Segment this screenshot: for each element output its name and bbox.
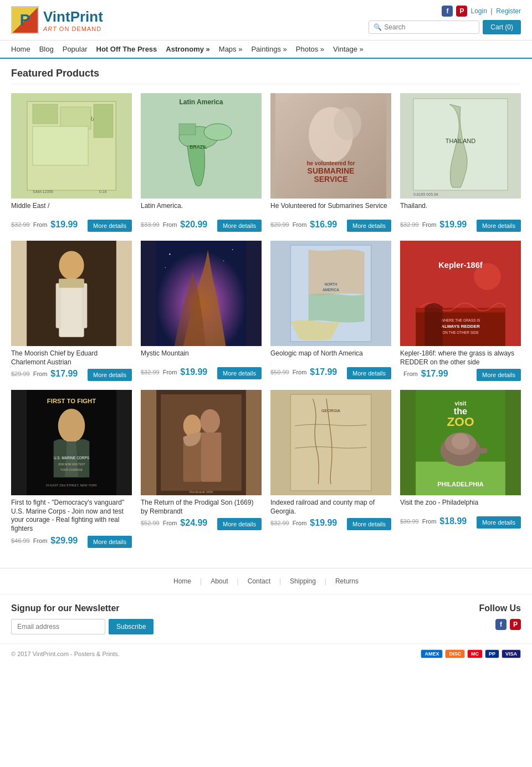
header-links: f P Login | Register	[442, 6, 521, 17]
follow-facebook-icon[interactable]: f	[495, 619, 507, 630]
nav-popular[interactable]: Popular	[63, 45, 88, 53]
from-label: From	[163, 221, 177, 228]
new-price: $19.99	[439, 220, 467, 230]
old-price: $32.99	[270, 520, 289, 526]
svg-text:SAM-12356: SAM-12356	[33, 190, 53, 194]
old-price: $29.99	[11, 370, 30, 377]
subscribe-button[interactable]: Subscribe	[109, 619, 154, 634]
svg-text:he volunteered for: he volunteered for	[306, 160, 355, 166]
svg-text:BRAZIL: BRAZIL	[190, 144, 207, 150]
product-image[interactable]: FIRST TO FIGHT U.S. MARINE CORPS JOIN NO…	[11, 390, 132, 495]
from-label: From	[293, 520, 307, 526]
newsletter-form: Subscribe	[11, 619, 154, 634]
price-row: $32.99 From $19.99 More details	[11, 220, 132, 232]
register-link[interactable]: Register	[496, 7, 521, 15]
product-image[interactable]: visit the ZOO PHILADELPHIA	[400, 390, 521, 495]
product-card: visit the ZOO PHILADELPHIA Visit the zoo…	[400, 390, 521, 547]
svg-text:ZOO: ZOO	[447, 415, 474, 429]
product-pricing: From $17.99	[400, 369, 448, 379]
footer-returns[interactable]: Returns	[335, 577, 359, 585]
svg-rect-79	[474, 448, 487, 454]
product-title: The Return of the Prodigal Son (1669) by…	[141, 499, 262, 516]
svg-rect-72	[416, 462, 505, 496]
login-link[interactable]: Login	[470, 7, 487, 15]
main-content: Featured Products SAUDI ARABIA SUDAN IRA…	[0, 59, 532, 568]
product-image[interactable]: Kepler-186f WHERE THE GRASS IS ALWAYS RE…	[400, 241, 521, 346]
old-price: $32.99	[400, 221, 419, 228]
nav-blog[interactable]: Blog	[39, 45, 54, 53]
more-details-button[interactable]: More details	[217, 518, 262, 530]
new-price: $20.99	[180, 220, 207, 230]
product-title: Indexed railroad and county map of Georg…	[270, 499, 391, 516]
svg-point-37	[169, 253, 170, 255]
search-box: 🔍	[369, 21, 479, 34]
follow-pinterest-icon[interactable]: P	[510, 619, 521, 630]
product-image[interactable]: he volunteered for SUBMARINE SERVICE	[270, 93, 391, 199]
footer-contact[interactable]: Contact	[248, 577, 270, 585]
svg-text:AMERICA: AMERICA	[323, 288, 339, 292]
more-details-button[interactable]: More details	[88, 369, 132, 381]
more-details-button[interactable]: More details	[88, 220, 132, 232]
discover-icon: DISC	[445, 649, 465, 658]
footer-home[interactable]: Home	[173, 577, 191, 585]
facebook-icon[interactable]: f	[442, 6, 453, 17]
svg-point-15	[204, 124, 232, 140]
more-details-button[interactable]: More details	[217, 367, 262, 379]
svg-point-40	[165, 267, 166, 268]
more-details-button[interactable]: More details	[88, 536, 132, 548]
more-details-button[interactable]: More details	[477, 369, 521, 381]
from-label: From	[33, 370, 48, 377]
nav-paintings[interactable]: Paintings »	[251, 45, 287, 53]
svg-rect-34	[59, 279, 84, 288]
product-title: Kepler-186f: where the grass is always R…	[400, 349, 521, 367]
product-title: Middle East /	[11, 202, 132, 217]
more-details-button[interactable]: More details	[477, 220, 521, 232]
new-price: $18.99	[439, 516, 467, 526]
pinterest-icon[interactable]: P	[456, 6, 467, 17]
nav-home[interactable]: Home	[11, 45, 30, 53]
product-image[interactable]: NORTH AMERICA	[270, 241, 391, 346]
nav-astronomy[interactable]: Astronomy »	[166, 45, 209, 53]
svg-text:WHERE THE GRASS IS: WHERE THE GRASS IS	[441, 318, 481, 322]
product-image[interactable]: SAUDI ARABIA SUDAN IRAN SAM-12356 0.16	[11, 93, 132, 199]
more-details-button[interactable]: More details	[347, 367, 391, 379]
new-price: $17.99	[50, 369, 78, 379]
follow-us-title: Follow Us	[479, 603, 521, 613]
nav-photos[interactable]: Photos »	[296, 45, 324, 53]
product-pricing: $32.99 From $19.99	[400, 220, 467, 230]
price-row: $32.99 From $19.99 More details	[400, 220, 521, 232]
nav-hot-off-press[interactable]: Hot Off The Press	[96, 45, 157, 53]
svg-rect-6	[33, 104, 58, 124]
more-details-button[interactable]: More details	[347, 518, 391, 530]
product-card: NORTH AMERICA Geologic map of North Amer…	[270, 241, 391, 381]
more-details-button[interactable]: More details	[217, 220, 262, 232]
search-input[interactable]	[384, 23, 474, 31]
nav-vintage[interactable]: Vintage »	[333, 45, 364, 53]
newsletter-email-input[interactable]	[11, 619, 105, 634]
footer-about[interactable]: About	[211, 577, 228, 585]
product-image[interactable]	[141, 241, 262, 346]
from-label: From	[33, 537, 48, 544]
price-row: $33.99 From $20.99 More details	[141, 220, 262, 232]
svg-text:Rembrandt 1669: Rembrandt 1669	[190, 490, 213, 494]
product-title: Visit the zoo - Philadelphia	[400, 499, 521, 514]
product-image[interactable]: GEORGIA	[270, 390, 391, 495]
product-image[interactable]: THAILAND 0.8165 005.94	[400, 93, 521, 199]
from-label: From	[403, 370, 418, 377]
more-details-button[interactable]: More details	[477, 516, 521, 529]
more-details-button[interactable]: More details	[347, 220, 391, 232]
footer-shipping[interactable]: Shipping	[290, 577, 316, 585]
product-pricing: $46.99 From $29.99	[11, 536, 78, 546]
logo-area: P VintPrint ART ON DEMAND	[11, 6, 103, 34]
product-image[interactable]: Latin America BRAZIL	[141, 93, 262, 199]
product-image[interactable]: Rembrandt 1669	[141, 390, 262, 495]
nav-maps[interactable]: Maps »	[219, 45, 243, 53]
svg-point-78	[452, 434, 469, 450]
product-card: The Moorish Chief by Eduard Charlemont A…	[11, 241, 132, 381]
from-label: From	[293, 221, 307, 228]
cart-button[interactable]: Cart (0)	[483, 20, 521, 34]
price-row: $29.99 From $17.99 More details	[11, 369, 132, 381]
product-image[interactable]	[11, 241, 132, 346]
product-title: Geologic map of North America	[270, 349, 391, 365]
new-price: $19.99	[180, 367, 207, 377]
